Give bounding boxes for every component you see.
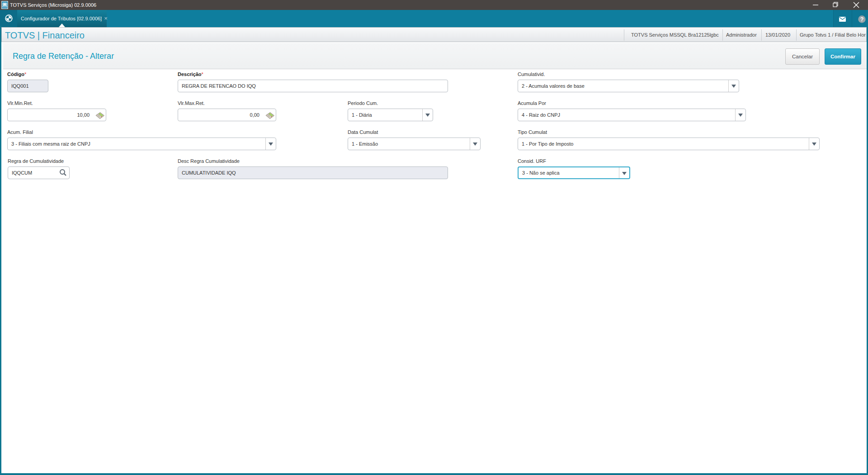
svg-text:?: ?: [860, 16, 864, 23]
